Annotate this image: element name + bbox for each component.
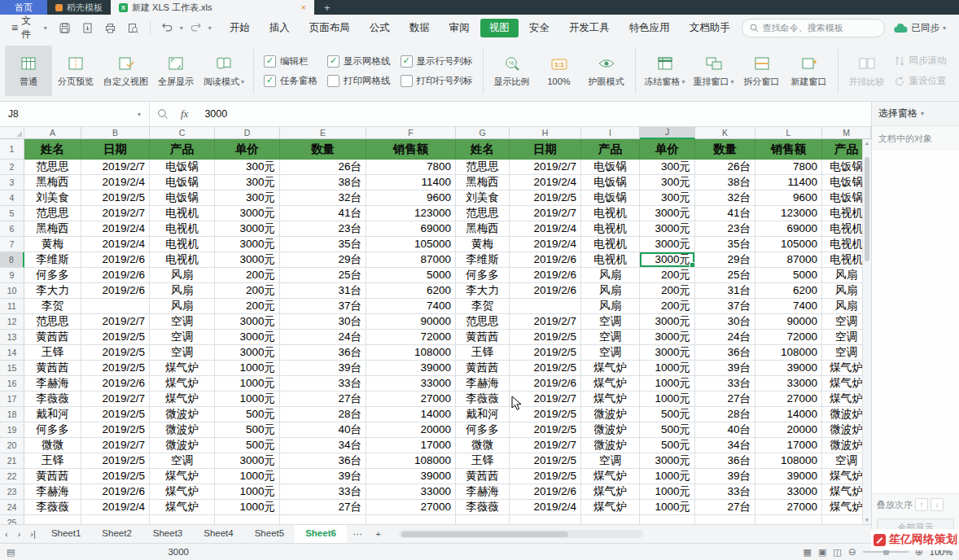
name-box[interactable]: J8 ▾ xyxy=(0,102,150,126)
cell-D9[interactable]: 200元 xyxy=(215,268,280,283)
row-header-7[interactable]: 7 xyxy=(0,237,24,252)
cell-B4[interactable]: 2019/2/5 xyxy=(81,190,150,206)
ribbon-tab-5[interactable]: 审阅 xyxy=(440,19,479,37)
sheet-tab-6[interactable]: Sheet6 xyxy=(295,525,347,543)
last-sheet-button[interactable]: ›| xyxy=(25,525,41,543)
close-document-icon[interactable]: × xyxy=(301,2,306,12)
cell-K4[interactable]: 32台 xyxy=(695,190,755,206)
ribbon-tab-6[interactable]: 视图 xyxy=(480,19,519,37)
cell-D21[interactable]: 3000元 xyxy=(215,453,280,469)
cell-H22[interactable]: 2019/2/5 xyxy=(510,469,581,484)
cell-B8[interactable]: 2019/2/6 xyxy=(81,252,150,268)
cell-H21[interactable]: 2019/2/5 xyxy=(510,453,581,469)
cell-G21[interactable]: 王铎 xyxy=(456,453,510,469)
cell-I11[interactable]: 风扇 xyxy=(581,299,640,314)
column-header-H[interactable]: H xyxy=(510,127,581,139)
sheet-tab-5[interactable]: Sheet5 xyxy=(244,525,295,543)
cell-L9[interactable]: 5000 xyxy=(755,268,822,283)
redo-button[interactable] xyxy=(186,22,206,33)
new-tab-button[interactable]: + xyxy=(314,0,340,15)
row-header-8[interactable]: 8 xyxy=(0,252,24,268)
cell-A25[interactable] xyxy=(24,515,81,524)
checkbox-edit-bar[interactable]: ✓编辑栏 xyxy=(264,55,317,68)
cell-A21[interactable]: 王铎 xyxy=(24,453,81,469)
cell-B9[interactable]: 2019/2/6 xyxy=(81,268,150,283)
cell-E23[interactable]: 33台 xyxy=(280,484,366,500)
cell-J17[interactable]: 1000元 xyxy=(640,392,695,407)
cell-G11[interactable]: 李贺 xyxy=(456,299,510,314)
cell-C22[interactable]: 煤气炉 xyxy=(150,469,215,484)
cell-L2[interactable]: 7800 xyxy=(755,160,822,175)
cell-D24[interactable]: 1000元 xyxy=(215,500,280,515)
cell-K13[interactable]: 24台 xyxy=(695,330,755,345)
cell-E12[interactable]: 30台 xyxy=(280,314,366,330)
cell-G24[interactable]: 李薇薇 xyxy=(456,500,510,515)
search-box[interactable]: 查找命令、搜索模板 xyxy=(742,19,886,37)
cell-E22[interactable]: 39台 xyxy=(280,469,366,484)
cell-E10[interactable]: 31台 xyxy=(280,283,366,299)
column-header-M[interactable]: M xyxy=(822,127,871,139)
insert-function-button[interactable]: fx xyxy=(176,107,193,120)
cell-H23[interactable]: 2019/2/6 xyxy=(510,484,581,500)
cell-G23[interactable]: 李赫海 xyxy=(456,484,510,500)
row-header-25[interactable]: 25 xyxy=(0,515,24,524)
page-mode-icon[interactable]: ▤ xyxy=(7,547,15,558)
cell-L11[interactable]: 7400 xyxy=(755,299,822,314)
cell-F21[interactable]: 108000 xyxy=(366,453,456,469)
cell-G16[interactable]: 李赫海 xyxy=(456,376,510,392)
cell-H6[interactable]: 2019/2/4 xyxy=(510,221,581,237)
cell-I14[interactable]: 空调 xyxy=(581,345,640,361)
cell-A7[interactable]: 黄梅 xyxy=(24,237,81,252)
cell-J23[interactable]: 1000元 xyxy=(640,484,695,500)
cell-K25[interactable] xyxy=(695,515,755,524)
cell-L3[interactable]: 11400 xyxy=(755,175,822,190)
select-all-corner[interactable] xyxy=(0,127,24,139)
ribbon-tab-0[interactable]: 开始 xyxy=(221,19,259,37)
cell-J12[interactable]: 3000元 xyxy=(640,314,695,330)
cell-A12[interactable]: 范思思 xyxy=(24,314,81,330)
cell-J13[interactable]: 3000元 xyxy=(640,330,695,345)
sync-status[interactable]: 已同步 ▾ xyxy=(887,22,952,34)
cell-K15[interactable]: 39台 xyxy=(695,361,755,376)
cell-F11[interactable]: 7400 xyxy=(366,299,456,314)
cell-D8[interactable]: 3000元 xyxy=(215,252,280,268)
cell-C8[interactable]: 电视机 xyxy=(150,252,215,268)
cell-F22[interactable]: 39000 xyxy=(366,469,456,484)
cell-J11[interactable]: 200元 xyxy=(640,299,695,314)
row-header-16[interactable]: 16 xyxy=(0,376,24,392)
cell-K18[interactable]: 28台 xyxy=(695,407,755,422)
cell-L21[interactable]: 108000 xyxy=(755,453,822,469)
cell-H14[interactable]: 2019/2/5 xyxy=(510,345,581,361)
cell-E14[interactable]: 36台 xyxy=(280,345,366,361)
cell-E8[interactable]: 29台 xyxy=(280,252,366,268)
horizontal-scrollbar[interactable] xyxy=(399,530,643,538)
cell-I18[interactable]: 微波炉 xyxy=(581,407,640,422)
cell-B20[interactable]: 2019/2/7 xyxy=(81,438,150,453)
cell-L6[interactable]: 69000 xyxy=(755,221,822,237)
cell-F23[interactable]: 33000 xyxy=(366,484,456,500)
cell-J7[interactable]: 3000元 xyxy=(640,237,695,252)
cell-K8[interactable]: 29台 xyxy=(695,252,755,268)
cell-D13[interactable]: 3000元 xyxy=(215,330,280,345)
cell-F24[interactable]: 27000 xyxy=(366,500,456,515)
cell-B3[interactable]: 2019/2/4 xyxy=(81,175,150,190)
cell-L14[interactable]: 108000 xyxy=(755,345,822,361)
cell-G7[interactable]: 黄梅 xyxy=(456,237,510,252)
cell-D16[interactable]: 1000元 xyxy=(215,376,280,392)
cell-C15[interactable]: 煤气炉 xyxy=(150,361,215,376)
cell-D2[interactable]: 300元 xyxy=(215,160,280,175)
row-header-10[interactable]: 10 xyxy=(0,283,24,299)
page-break-preview-button[interactable]: 分页预览 xyxy=(52,46,99,96)
cell-H19[interactable]: 2019/2/5 xyxy=(510,422,581,438)
cell-A16[interactable]: 李赫海 xyxy=(24,376,81,392)
cell-K24[interactable]: 27台 xyxy=(695,500,755,515)
cell-B18[interactable]: 2019/2/5 xyxy=(81,407,150,422)
cell-A3[interactable]: 黑梅西 xyxy=(24,175,81,190)
cell-C23[interactable]: 煤气炉 xyxy=(150,484,215,500)
cell-I2[interactable]: 电饭锅 xyxy=(581,160,640,175)
zoom-formula-button[interactable] xyxy=(150,108,176,120)
cell-J6[interactable]: 3000元 xyxy=(640,221,695,237)
cell-B24[interactable]: 2019/2/4 xyxy=(81,500,150,515)
column-header-E[interactable]: E xyxy=(280,127,366,139)
cell-I8[interactable]: 电视机 xyxy=(581,252,640,268)
